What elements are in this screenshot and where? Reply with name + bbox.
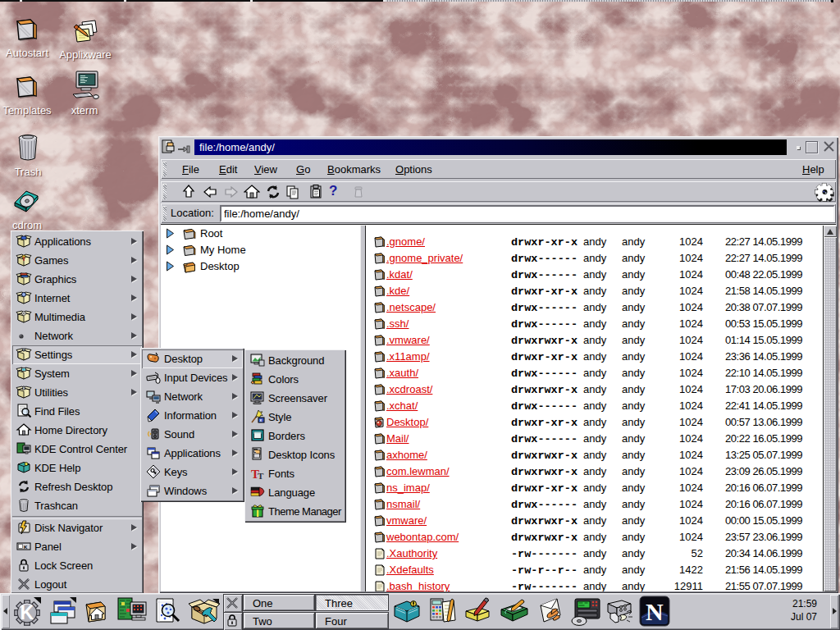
- svg-text:N: N: [646, 598, 664, 625]
- svg-text:T: T: [258, 471, 264, 481]
- svg-text:x: x: [259, 418, 262, 422]
- svg-text:K: K: [21, 602, 34, 623]
